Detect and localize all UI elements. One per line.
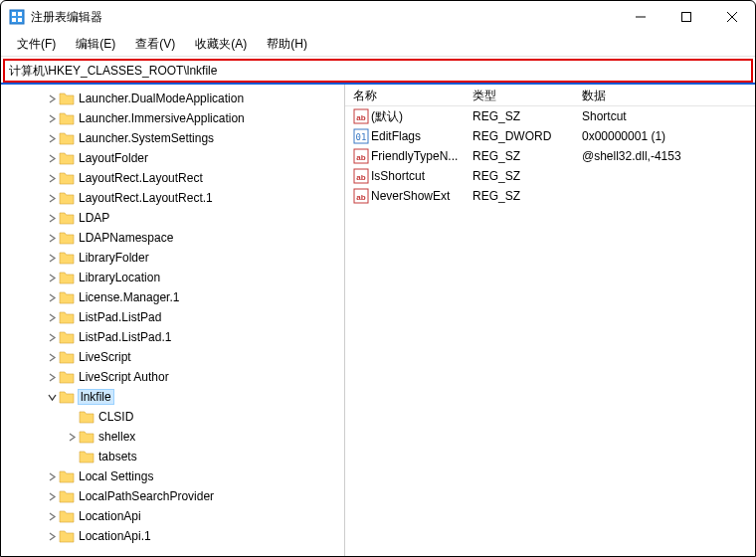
value-row[interactable]: ab(默认)REG_SZShortcut [345,106,755,126]
tree-item[interactable]: CLSID [1,407,344,427]
chevron-right-icon[interactable] [45,194,59,203]
tree-item[interactable]: LibraryLocation [1,268,344,287]
minimize-button[interactable] [618,2,663,32]
chevron-right-icon[interactable] [45,333,59,342]
tree-item[interactable]: LibraryFolder [1,248,344,268]
tree-item-label: CLSID [98,410,133,424]
chevron-right-icon[interactable] [45,134,59,143]
chevron-right-icon[interactable] [45,492,59,501]
value-row[interactable]: 01EditFlagsREG_DWORD0x00000001 (1) [345,126,755,146]
tree-item[interactable]: LayoutRect.LayoutRect.1 [1,188,344,208]
tree-item[interactable]: License.Manager.1 [1,287,344,307]
menu-edit[interactable]: 编辑(E) [68,34,123,55]
tree-item-label: LayoutFolder [79,151,148,165]
tree-item[interactable]: Launcher.SystemSettings [1,128,344,148]
menu-file[interactable]: 文件(F) [9,34,64,55]
tree-item[interactable]: LDAP [1,208,344,228]
chevron-right-icon[interactable] [45,313,59,322]
tree-item[interactable]: ListPad.ListPad.1 [1,327,344,347]
address-bar[interactable] [3,59,753,83]
chevron-right-icon[interactable] [45,214,59,223]
maximize-button[interactable] [663,2,709,32]
menu-help[interactable]: 帮助(H) [259,34,315,55]
col-name[interactable]: 名称 [345,85,465,105]
binary-value-icon: 01 [353,128,369,144]
folder-icon [79,450,94,464]
folder-icon [59,469,75,483]
values-header: 名称 类型 数据 [345,85,755,106]
chevron-right-icon[interactable] [45,234,59,243]
tree-item[interactable]: shellex [1,427,344,447]
folder-icon [59,310,75,324]
menu-view[interactable]: 查看(V) [127,34,183,55]
folder-icon [59,191,75,205]
tree-item[interactable]: LocalPathSearchProvider [1,486,344,506]
title-bar: 注册表编辑器 [1,1,755,33]
tree-item-label: LDAPNamespace [79,231,173,245]
chevron-right-icon[interactable] [45,94,59,103]
tree-item-label: LiveScript Author [79,370,169,384]
value-row[interactable]: abFriendlyTypeN...REG_SZ@shell32.dll,-41… [345,146,755,166]
tree-item-label: LayoutRect.LayoutRect [79,171,203,185]
chevron-down-icon[interactable] [45,393,59,402]
chevron-right-icon[interactable] [45,532,59,541]
address-input[interactable] [9,64,747,78]
folder-icon [59,251,75,265]
chevron-right-icon[interactable] [65,433,79,442]
tree-item[interactable]: LayoutFolder [1,148,344,168]
svg-rect-3 [12,18,16,22]
tree-panel[interactable]: Launcher.DualModeApplicationLauncher.Imm… [1,85,345,556]
tree-item-label: LocationApi [79,509,141,523]
value-type: REG_SZ [465,149,574,163]
tree-item[interactable]: Local Settings [1,466,344,486]
svg-text:ab: ab [356,153,365,162]
tree-item[interactable]: LiveScript Author [1,367,344,387]
folder-icon [59,131,75,145]
chevron-right-icon[interactable] [45,472,59,481]
tree-item[interactable]: LocationApi.1 [1,526,344,546]
chevron-right-icon[interactable] [45,512,59,521]
value-name: (默认) [371,108,403,125]
svg-rect-6 [682,13,691,22]
col-type[interactable]: 类型 [465,85,574,105]
chevron-right-icon[interactable] [45,254,59,263]
value-name: IsShortcut [371,169,425,183]
svg-text:01: 01 [356,132,367,142]
folder-icon [59,271,75,284]
tree-item[interactable]: LiveScript [1,347,344,367]
tree-item[interactable]: ListPad.ListPad [1,307,344,327]
tree-item-label: shellex [98,430,135,444]
value-row[interactable]: abNeverShowExtREG_SZ [345,186,755,206]
value-name: EditFlags [371,129,421,143]
value-type: REG_SZ [465,109,574,123]
tree-item-label: LDAP [79,211,109,225]
chevron-right-icon[interactable] [45,353,59,362]
tree-item-label: Launcher.ImmersiveApplication [79,111,245,125]
chevron-right-icon[interactable] [45,174,59,183]
tree-item[interactable]: Launcher.DualModeApplication [1,89,344,108]
chevron-right-icon[interactable] [45,114,59,123]
chevron-right-icon[interactable] [45,293,59,302]
chevron-right-icon[interactable] [45,154,59,163]
chevron-right-icon[interactable] [45,373,59,382]
tree-item[interactable]: tabsets [1,447,344,466]
value-row[interactable]: abIsShortcutREG_SZ [345,166,755,186]
chevron-right-icon[interactable] [45,274,59,282]
col-data[interactable]: 数据 [574,85,755,105]
value-type: REG_DWORD [465,129,574,143]
tree-item[interactable]: LayoutRect.LayoutRect [1,168,344,188]
tree-item[interactable]: Launcher.ImmersiveApplication [1,108,344,128]
tree-item-label: tabsets [98,450,137,464]
close-button[interactable] [709,2,755,32]
tree-item-label: LibraryFolder [79,251,149,265]
folder-icon [59,92,75,105]
tree-item[interactable]: LDAPNamespace [1,228,344,248]
string-value-icon: ab [353,108,369,124]
folder-icon [59,151,75,165]
menu-favorites[interactable]: 收藏夹(A) [187,34,255,55]
svg-rect-4 [18,18,22,22]
tree-item[interactable]: lnkfile [1,387,344,407]
values-panel[interactable]: 名称 类型 数据 ab(默认)REG_SZShortcut01EditFlags… [345,85,755,556]
value-data: Shortcut [574,109,755,123]
tree-item[interactable]: LocationApi [1,506,344,526]
